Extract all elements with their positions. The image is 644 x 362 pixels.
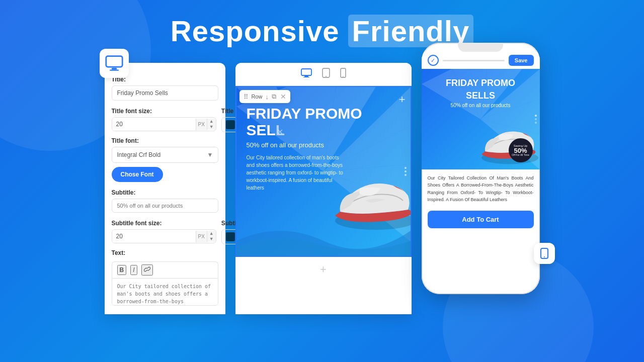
phone-panel: ✓ Save FRIDAY PROMO SELLS 50% off on all… xyxy=(422,43,540,294)
tablet-view-icon[interactable] xyxy=(322,68,330,80)
copy-icon[interactable]: ⧉ xyxy=(272,93,276,101)
mobile-view-icon[interactable] xyxy=(340,68,346,80)
subtitle-label: Subtitle: xyxy=(112,189,218,196)
text-content-area[interactable]: Our City tailored collection of man's bo… xyxy=(112,278,218,306)
promo-subtitle: 50% off on all our products xyxy=(247,141,400,149)
title-input[interactable] xyxy=(112,85,218,101)
phone-save-button[interactable]: Save xyxy=(509,55,534,66)
font-size-arrows: ▲ ▼ xyxy=(207,119,216,130)
phone-dot3 xyxy=(535,122,537,124)
subtitle-font-size-unit: PX xyxy=(196,231,207,242)
title-font-select[interactable]: Integral Crf Bold xyxy=(112,147,218,163)
phone-discount-badge: Saving Up 50% Off For All Time xyxy=(509,138,533,162)
phone-float-icon xyxy=(534,243,555,264)
italic-button[interactable]: I xyxy=(130,265,137,275)
canvas-content: ⠿ Row ↓ ⧉ ✕ xyxy=(235,86,412,282)
svg-rect-0 xyxy=(106,56,122,67)
phone-dots xyxy=(535,115,537,124)
title-font-size-control: PX ▲ ▼ xyxy=(112,117,216,131)
promo-plus-topleft: + xyxy=(399,93,406,106)
title-word1: Responsive xyxy=(171,15,340,47)
phone-notch xyxy=(458,43,503,52)
text-label: Text: xyxy=(112,249,218,256)
phone-top-bar: ✓ Save xyxy=(422,52,540,69)
canvas-panel: ⠿ Row ↓ ⧉ ✕ xyxy=(235,63,412,314)
phone-status-icon: ✓ xyxy=(428,55,439,66)
subtitle-font-size-input[interactable] xyxy=(112,230,196,243)
phone-frame: ✓ Save FRIDAY PROMO SELLS 50% off on all… xyxy=(422,43,540,294)
phone-body-text: Our City Tailored Collection Of Man's Bo… xyxy=(422,169,540,209)
canvas-device-toolbar xyxy=(235,63,412,86)
phone-dot2 xyxy=(535,118,537,120)
svg-rect-4 xyxy=(304,76,308,77)
svg-rect-1 xyxy=(111,68,117,70)
subtitle-font-size-label: Subtitle font size: xyxy=(112,220,216,227)
desktop-icon xyxy=(105,54,123,72)
row-label: Row xyxy=(252,94,263,100)
subtitle-font-size-down[interactable]: ▼ xyxy=(207,236,216,242)
desktop-icon-wrapper xyxy=(100,49,129,78)
download-icon[interactable]: ↓ xyxy=(266,93,269,101)
text-toolbar: B I xyxy=(112,261,218,278)
svg-rect-5 xyxy=(303,77,309,77)
title-color-swatch[interactable] xyxy=(226,120,235,129)
promo-title: FRIDAY PROMO SELL xyxy=(247,105,400,138)
title-font-size-label: Title font size: xyxy=(112,108,216,115)
close-row-icon[interactable]: ✕ xyxy=(280,93,286,101)
phone-progress-line xyxy=(443,60,505,61)
desktop-view-icon[interactable] xyxy=(301,68,312,80)
editor-panel: Title: Title font size: PX ▲ ▼ Title col… xyxy=(105,63,225,314)
title-font-size-input[interactable] xyxy=(112,118,196,131)
main-content: Title: Title font size: PX ▲ ▼ Title col… xyxy=(0,58,644,314)
phone-promo-banner: FRIDAY PROMO SELLS 50% off on all our pr… xyxy=(422,69,540,169)
svg-rect-3 xyxy=(301,69,311,75)
subtitle-font-size-up[interactable]: ▲ xyxy=(207,231,216,236)
chose-font-button[interactable]: Chose Font xyxy=(112,167,163,182)
row-toolbar: ⠿ Row ↓ ⧉ ✕ xyxy=(239,90,291,103)
title-font-select-wrapper: Integral Crf Bold ▼ xyxy=(112,147,218,163)
subtitle-color-swatch[interactable] xyxy=(226,232,235,241)
add-to-cart-button[interactable]: Add To Cart xyxy=(428,211,534,228)
shoe-image xyxy=(315,155,412,241)
title-label: Title: xyxy=(112,76,218,83)
svg-point-27 xyxy=(544,256,545,257)
font-size-down[interactable]: ▼ xyxy=(207,124,216,130)
promo-banner: + ✕ ✕ FRIDAY PROMO SELL 50% off on all o… xyxy=(235,86,412,257)
link-button[interactable] xyxy=(141,264,153,276)
svg-rect-2 xyxy=(110,70,119,71)
subtitle-font-size-arrows: ▲ ▼ xyxy=(207,231,216,242)
phone-dot1 xyxy=(535,115,537,117)
phone-shoe-image xyxy=(467,112,540,169)
bold-button[interactable]: B xyxy=(117,265,127,275)
title-font-label: Title font: xyxy=(112,137,218,144)
badge-off-text: Off For All Time xyxy=(512,154,529,156)
add-row-button[interactable]: + xyxy=(235,257,412,282)
subtitle-font-size-control: PX ▲ ▼ xyxy=(112,229,216,243)
font-size-unit: PX xyxy=(196,119,207,130)
svg-point-9 xyxy=(343,76,344,77)
svg-point-7 xyxy=(326,76,327,77)
drag-icon[interactable]: ⠿ xyxy=(244,93,249,101)
subtitle-input[interactable] xyxy=(112,199,218,213)
font-size-up[interactable]: ▲ xyxy=(207,119,216,124)
